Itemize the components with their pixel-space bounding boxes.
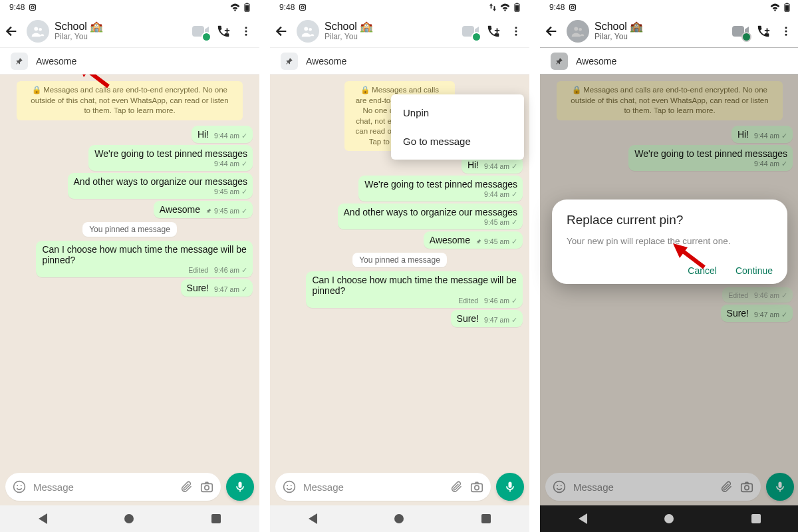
pin-icon bbox=[205, 207, 212, 214]
svg-point-28 bbox=[515, 33, 517, 35]
nav-home-button[interactable] bbox=[664, 514, 674, 523]
system-pinned-notice[interactable]: You pinned a message bbox=[82, 222, 177, 237]
message-test: We're going to test pinned messages 9:44… bbox=[628, 145, 793, 171]
back-button[interactable] bbox=[544, 24, 563, 39]
svg-point-46 bbox=[554, 481, 565, 493]
message-sure[interactable]: Sure! 9:47 am✓ bbox=[181, 279, 253, 297]
pinned-message-bar[interactable]: Awesome bbox=[540, 48, 798, 74]
camera-icon[interactable] bbox=[469, 479, 484, 494]
message-choose[interactable]: Can I choose how much time the message w… bbox=[36, 241, 253, 277]
menu-go-to-message[interactable]: Go to message bbox=[391, 127, 524, 156]
svg-point-48 bbox=[561, 485, 562, 486]
svg-point-6 bbox=[34, 27, 38, 31]
clock: 9:48 bbox=[549, 3, 565, 12]
input-bar: Message bbox=[540, 468, 798, 505]
pinned-message-bar[interactable]: Awesome bbox=[0, 48, 259, 74]
message-organize[interactable]: And other ways to organize our messages … bbox=[338, 203, 523, 229]
chat-subtitle: Pilar, You bbox=[325, 33, 458, 41]
video-call-button[interactable] bbox=[732, 22, 750, 41]
clock: 9:48 bbox=[9, 3, 25, 12]
system-pinned-notice[interactable]: You pinned a message bbox=[352, 253, 447, 267]
camera-icon[interactable] bbox=[200, 479, 214, 494]
svg-rect-4 bbox=[246, 3, 248, 3]
svg-point-35 bbox=[571, 6, 574, 9]
attach-icon[interactable] bbox=[450, 480, 463, 493]
wifi-icon bbox=[500, 3, 510, 11]
svg-rect-49 bbox=[741, 483, 753, 491]
nav-recent-button[interactable] bbox=[481, 514, 491, 523]
nav-home-button[interactable] bbox=[124, 514, 134, 523]
mic-button[interactable] bbox=[226, 473, 254, 501]
menu-unpin[interactable]: Unpin bbox=[391, 98, 524, 127]
pinned-text: Awesome bbox=[36, 56, 76, 66]
svg-rect-5 bbox=[245, 5, 249, 11]
video-call-button[interactable] bbox=[192, 22, 210, 41]
nav-recent-button[interactable] bbox=[751, 514, 761, 523]
more-menu-button[interactable] bbox=[507, 22, 525, 41]
replace-pin-dialog: Replace current pin? Your new pin will r… bbox=[552, 200, 787, 284]
encryption-notice[interactable]: 🔒 Messages and calls are end-to-end encr… bbox=[17, 81, 243, 120]
svg-point-9 bbox=[245, 27, 247, 29]
back-button[interactable] bbox=[274, 24, 293, 39]
message-organize[interactable]: And other ways to organize our messages … bbox=[68, 173, 253, 199]
chat-title-block[interactable]: School 🏫 Pilar, You bbox=[595, 21, 728, 41]
attach-icon[interactable] bbox=[180, 480, 193, 493]
screenshot-1: 9:48 School 🏫 Pilar, You bbox=[0, 0, 259, 532]
dialog-title: Replace current pin? bbox=[567, 213, 773, 227]
message-sure[interactable]: Sure! 9:47 am✓ bbox=[451, 310, 523, 327]
message-test[interactable]: We're going to test pinned messages 9:44… bbox=[88, 145, 253, 171]
message-test[interactable]: We're going to test pinned messages 9:44… bbox=[358, 176, 523, 201]
continue-button[interactable]: Continue bbox=[735, 265, 773, 276]
message-awesome[interactable]: Awesome 9:45 am✓ bbox=[154, 201, 253, 218]
pin-icon bbox=[551, 53, 568, 70]
chat-area[interactable]: 🔒 Messages and calls are end-to-end encr… bbox=[0, 74, 259, 468]
video-call-button[interactable] bbox=[462, 22, 480, 41]
svg-point-11 bbox=[245, 33, 247, 35]
cancel-button[interactable]: Cancel bbox=[688, 265, 717, 276]
group-avatar[interactable] bbox=[297, 20, 319, 43]
back-button[interactable] bbox=[4, 24, 23, 39]
svg-rect-42 bbox=[732, 26, 744, 37]
group-avatar[interactable] bbox=[27, 20, 49, 43]
emoji-icon[interactable] bbox=[282, 479, 297, 494]
group-avatar[interactable] bbox=[567, 20, 589, 43]
more-menu-button[interactable] bbox=[237, 22, 255, 41]
message-input: Message bbox=[545, 473, 761, 501]
input-placeholder: Message bbox=[573, 481, 713, 493]
nav-back-button[interactable] bbox=[39, 513, 47, 524]
mic-button bbox=[766, 473, 794, 501]
battery-icon bbox=[244, 3, 250, 12]
message-input[interactable]: Message bbox=[5, 473, 221, 501]
chat-title-block[interactable]: School 🏫 Pilar, You bbox=[55, 21, 188, 41]
pinned-text: Awesome bbox=[576, 56, 616, 66]
emoji-icon[interactable] bbox=[12, 479, 27, 494]
nav-back-button[interactable] bbox=[579, 513, 587, 524]
nav-recent-button[interactable] bbox=[211, 514, 221, 523]
chat-title-block[interactable]: School 🏫 Pilar, You bbox=[325, 21, 458, 41]
message-awesome[interactable]: Awesome 9:45 am✓ bbox=[424, 231, 523, 249]
nav-back-button[interactable] bbox=[309, 513, 317, 524]
status-bar: 9:48 bbox=[270, 0, 529, 15]
more-menu-button[interactable] bbox=[777, 22, 795, 41]
message-choose[interactable]: Can I choose how much time the message w… bbox=[306, 271, 523, 308]
svg-point-12 bbox=[14, 481, 25, 493]
svg-point-41 bbox=[579, 27, 582, 31]
mic-button[interactable] bbox=[496, 473, 524, 501]
add-call-button[interactable] bbox=[484, 22, 503, 41]
message-hi[interactable]: Hi! 9:44 am✓ bbox=[192, 126, 253, 143]
instagram-icon bbox=[569, 3, 577, 11]
message-sure: Sure! 9:47 am✓ bbox=[721, 305, 793, 322]
clock: 9:48 bbox=[279, 3, 295, 12]
pinned-message-bar[interactable]: Awesome bbox=[270, 48, 529, 74]
add-call-button[interactable] bbox=[754, 22, 773, 41]
nav-home-button[interactable] bbox=[394, 514, 404, 523]
svg-point-44 bbox=[785, 30, 787, 32]
wifi-icon bbox=[770, 3, 780, 11]
svg-point-43 bbox=[785, 27, 787, 29]
instagram-icon bbox=[29, 3, 37, 11]
svg-point-16 bbox=[205, 485, 209, 489]
message-input[interactable]: Message bbox=[275, 473, 491, 501]
instagram-icon bbox=[299, 3, 307, 11]
svg-point-18 bbox=[301, 6, 304, 9]
add-call-button[interactable] bbox=[214, 22, 233, 41]
